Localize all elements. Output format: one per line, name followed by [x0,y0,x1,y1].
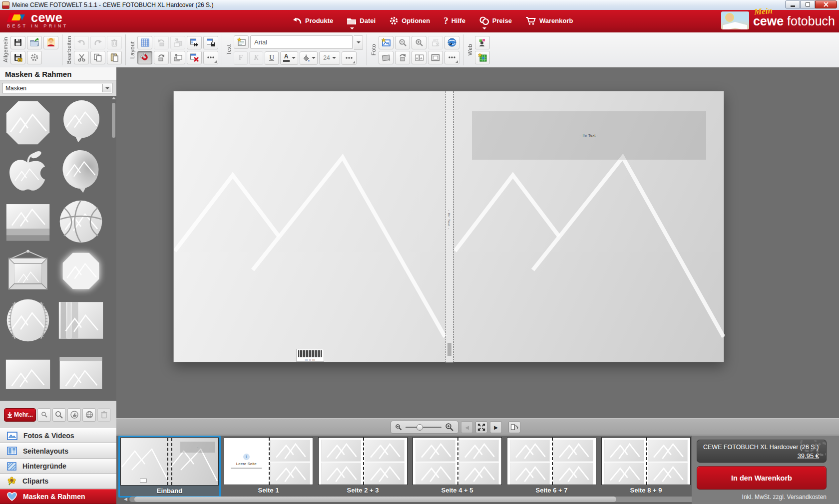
mask-balloon-shaded[interactable] [56,149,105,195]
fill-color-button[interactable] [300,51,318,65]
restore-button[interactable] [800,0,815,8]
apply-layout-button[interactable] [187,36,202,49]
web-share-button[interactable] [475,36,490,49]
zoom-slider[interactable] [406,427,441,428]
font-family-dropdown-button[interactable] [354,35,363,50]
mask-picture-frame[interactable] [3,248,52,294]
photo-zoom-in-button[interactable] [412,36,426,49]
menu-produkte[interactable]: Produkte [292,16,333,25]
magnet-snap-button[interactable] [137,51,152,64]
mask-category-select[interactable]: Masken [2,83,112,93]
mask-scrollbar[interactable] [111,97,116,399]
thumb-seite-4-5[interactable]: Seite 4 + 5 [413,437,502,496]
thumb-seite-6-7[interactable]: Seite 6 + 7 [507,437,596,496]
menu-datei[interactable]: Datei [347,16,376,25]
thumb-seite-2-3[interactable]: Seite 2 + 3 [318,437,408,496]
cover-title-textbox[interactable]: - Ihr Text - [472,111,706,160]
mask-baseball[interactable] [3,297,52,343]
mask-octagon[interactable] [3,100,52,146]
arrange-pages-button[interactable] [508,421,520,433]
tab-masken-rahmen[interactable]: Masken & Rahmen [0,489,116,504]
mask-balloon[interactable] [56,100,105,146]
close-button[interactable] [815,0,837,8]
grid-button[interactable] [137,36,152,49]
delete-mask-button[interactable] [97,408,111,422]
internet-masks-button[interactable] [82,408,96,422]
open-button[interactable] [27,36,42,49]
minimize-button[interactable] [785,0,800,8]
cut-button[interactable] [74,51,89,64]
photo-effects-button[interactable] [379,51,394,64]
photo-swap-button[interactable] [412,51,426,64]
layout-more-button[interactable] [203,51,218,64]
font-size-select[interactable]: 24 [319,51,340,65]
book-cover-spread[interactable]: - Ihr Text - - Ihr Text - ||| || ||| [173,91,724,362]
zoom-out-icon[interactable] [395,424,402,431]
settings-button[interactable] [27,51,42,64]
next-page-button[interactable]: ▶ [490,421,502,433]
menu-preise[interactable]: Preise [479,16,512,25]
zoom-slider-handle[interactable] [417,424,423,431]
font-color-button[interactable]: A [280,51,298,65]
mask-photo-reflection[interactable] [3,199,52,245]
photo-timeline-button[interactable] [444,36,459,49]
photo-rotate-button[interactable] [395,51,410,64]
thumb-seite-1[interactable]: i Leere Seite Seite 1 [224,437,313,496]
mask-octagon-glow[interactable] [56,248,105,294]
prev-page-button[interactable]: ◀ [461,421,473,433]
tab-fotos-videos[interactable]: Fotos & Videos [0,428,116,443]
add-textbox-button[interactable] [234,35,249,49]
save-button[interactable] [10,36,25,49]
delete-layout-button[interactable] [187,51,202,64]
mask-basketball[interactable] [56,199,105,245]
book-spine[interactable]: - Ihr Text - [445,91,454,363]
mask-apple[interactable] [3,149,52,195]
web-add-button[interactable] [475,51,490,64]
tab-seitenlayouts[interactable]: Seitenlayouts [0,443,116,458]
redo-button[interactable] [90,36,105,49]
italic-button[interactable]: K [249,51,263,65]
add-photo-button[interactable] [379,36,394,49]
mask-scrollbar-thumb[interactable] [112,103,115,138]
save-layout-button[interactable] [203,36,218,49]
mask-stripe-collage[interactable] [56,297,105,343]
send-backward-button[interactable] [170,36,185,49]
photo-optimize-button[interactable]: OPT [428,36,443,49]
thumbs-zoom-in-button[interactable] [52,408,66,422]
thumb-seite-8-9[interactable]: Seite 8 + 9 [601,437,691,496]
more-masks-button[interactable]: Mehr... [4,408,36,422]
select-dropdown-button[interactable] [102,84,111,92]
add-to-cart-button[interactable]: In den Warenkorb [697,466,827,490]
rating-filter-button[interactable] [67,408,81,422]
dock-scrollbar-thumb[interactable] [134,497,616,502]
photo-zoom-out-button[interactable] [395,36,410,49]
rotate-right-button[interactable] [154,51,169,64]
font-family-select[interactable]: Arial [250,35,353,49]
photo-more-button[interactable] [444,51,459,64]
fullscreen-button[interactable] [475,421,487,433]
delete-button[interactable] [107,36,122,49]
zoom-in-icon[interactable] [445,423,454,432]
scroll-left-icon[interactable]: ◀ [124,496,127,503]
copy-button[interactable] [90,51,105,64]
bring-forward-button[interactable] [170,51,185,64]
bold-button[interactable]: F [234,51,248,65]
undo-button[interactable] [74,36,89,49]
tab-hintergruende[interactable]: Hintergründe [0,459,116,474]
thumb-einband[interactable]: ·· Einband [118,436,221,498]
paste-button[interactable] [107,51,122,64]
menu-optionen[interactable]: Optionen [389,16,430,25]
underline-button[interactable]: U [265,51,279,65]
menu-hilfe[interactable]: ? Hilfe [443,15,465,26]
save-as-button[interactable] [10,51,25,64]
dock-scrollbar[interactable]: ◀ ▶ [124,496,746,503]
text-more-button[interactable] [342,51,357,65]
thumbs-zoom-out-button[interactable] [37,408,51,422]
menu-warenkorb[interactable]: Warenkorb [525,16,573,25]
mask-photo-topbar[interactable] [56,347,105,393]
tab-cliparts[interactable]: Cliparts [0,474,116,489]
mask-photo-wide[interactable] [3,347,52,393]
rotate-left-button[interactable] [154,36,169,49]
assistant-button[interactable] [43,36,58,49]
dock-scrollbar-track[interactable] [129,497,741,502]
